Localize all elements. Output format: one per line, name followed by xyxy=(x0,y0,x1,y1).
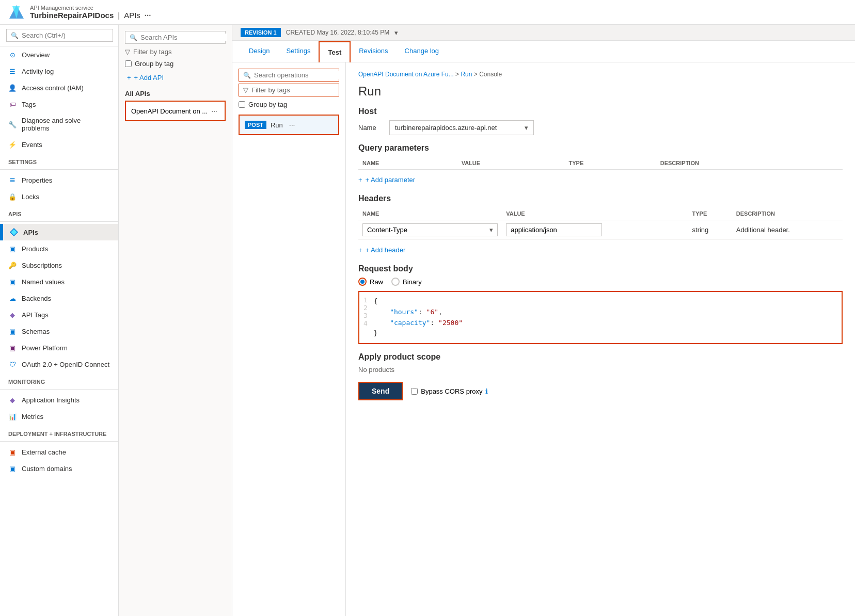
service-type: API Management service xyxy=(30,5,151,11)
headers-section-title: Headers xyxy=(358,194,843,203)
sidebar-item-locks[interactable]: 🔒 Locks xyxy=(0,188,118,205)
sidebar-nav: Overview Activity log 👤 Access control (… xyxy=(0,46,118,616)
revision-dropdown-button[interactable]: ▾ xyxy=(394,29,398,37)
sidebar-item-apis[interactable]: APIs xyxy=(0,224,118,240)
sidebar-item-schemas[interactable]: ▣ Schemas xyxy=(0,323,118,339)
sidebar-label-backends: Backends xyxy=(22,295,51,302)
revision-badge: REVISION 1 xyxy=(241,28,281,37)
sidebar-item-ext-cache[interactable]: ▣ External cache xyxy=(0,444,118,460)
binary-radio-option[interactable]: Binary xyxy=(391,278,422,286)
bypass-cors-info-icon[interactable]: ℹ xyxy=(485,387,488,395)
svg-marker-3 xyxy=(11,229,17,235)
operation-item-run[interactable]: POST Run ··· xyxy=(239,115,339,135)
sidebar-label-access-control: Access control (IAM) xyxy=(22,84,84,92)
sidebar-search-input[interactable] xyxy=(22,31,108,39)
add-header-button[interactable]: + + Add header xyxy=(358,244,843,256)
apis-search-input[interactable] xyxy=(140,34,227,41)
breadcrumb-part2[interactable]: Run xyxy=(461,71,472,78)
binary-radio-label: Binary xyxy=(403,278,422,286)
add-api-label: + Add API xyxy=(134,74,164,82)
bypass-cors-row[interactable]: Bypass CORS proxy ℹ xyxy=(411,387,488,395)
code-content[interactable]: { "hours": "6", "capacity": "2500" } xyxy=(374,296,837,339)
api-list-item-ellipsis[interactable]: ··· xyxy=(209,106,219,116)
apis-group-by-tag-row[interactable]: Group by tag xyxy=(125,58,226,70)
raw-radio-button[interactable] xyxy=(358,278,367,286)
topbar-title: API Management service TurbineRepairAPID… xyxy=(30,5,151,20)
tab-change-log[interactable]: Change log xyxy=(397,41,448,62)
binary-radio-button[interactable] xyxy=(391,278,400,286)
sidebar-item-tags[interactable]: 🏷 Tags xyxy=(0,96,118,112)
query-col-name: NAME xyxy=(358,157,457,170)
operations-group-by-tag-checkbox[interactable] xyxy=(239,101,245,108)
sidebar-label-ext-cache: External cache xyxy=(22,448,66,456)
header-col-type: TYPE xyxy=(688,207,732,220)
breadcrumb-part3: Console xyxy=(479,71,502,78)
operations-group-by-tag-row[interactable]: Group by tag xyxy=(239,99,339,110)
named-values-icon: ▣ xyxy=(8,278,17,286)
sidebar-item-oauth[interactable]: 🛡 OAuth 2.0 + OpenID Connect xyxy=(0,356,118,372)
tabs-bar: Design Settings Test Revisions Change lo… xyxy=(232,41,855,62)
events-icon: ⚡ xyxy=(8,140,17,149)
add-header-label: + Add header xyxy=(366,246,406,254)
operations-search-input[interactable] xyxy=(254,71,341,79)
sidebar-item-api-tags[interactable]: ◆ API Tags xyxy=(0,306,118,323)
sidebar-item-products[interactable]: ▣ Products xyxy=(0,240,118,257)
breadcrumb-part1[interactable]: OpenAPI Document on Azure Fu... xyxy=(358,71,454,78)
sidebar-search-icon: 🔍 xyxy=(11,32,19,39)
sidebar-item-activity-log[interactable]: Activity log xyxy=(0,63,118,79)
api-list-item-name: OpenAPI Document on ... xyxy=(131,107,208,115)
apis-search-box[interactable]: 🔍 xyxy=(125,31,226,44)
tab-settings[interactable]: Settings xyxy=(278,41,319,62)
tab-revisions[interactable]: Revisions xyxy=(351,41,396,62)
sidebar-item-backends[interactable]: ☁ Backends xyxy=(0,290,118,306)
operations-filter-row[interactable]: ▽ Filter by tags xyxy=(239,84,339,96)
apis-group-by-tag-checkbox[interactable] xyxy=(125,60,132,67)
apis-panel: 🔍 ▽ Filter by tags Group by tag + + Add … xyxy=(119,25,232,616)
sidebar-item-power-platform[interactable]: ▣ Power Platform xyxy=(0,339,118,356)
schemas-icon: ▣ xyxy=(8,327,17,335)
sidebar-item-metrics[interactable]: 📊 Metrics xyxy=(0,408,118,425)
page-title: APIs xyxy=(124,11,140,20)
bypass-cors-checkbox[interactable] xyxy=(411,388,418,395)
sidebar-label-schemas: Schemas xyxy=(22,328,50,335)
sidebar-item-diagnose[interactable]: 🔧 Diagnose and solve problems xyxy=(0,112,118,136)
sidebar-item-overview[interactable]: Overview xyxy=(0,46,118,63)
sidebar-item-properties[interactable]: ≡ Properties xyxy=(0,172,118,188)
header-value-input[interactable] xyxy=(506,223,602,236)
sidebar-item-events[interactable]: ⚡ Events xyxy=(0,136,118,153)
metrics-icon: 📊 xyxy=(8,412,17,420)
header-name-select[interactable]: Content-Type ▾ xyxy=(362,223,498,236)
topbar-ellipsis-button[interactable]: ··· xyxy=(145,11,151,20)
sidebar-label-events: Events xyxy=(22,141,42,149)
add-parameter-button[interactable]: + + Add parameter xyxy=(358,174,843,186)
operation-ellipsis-button[interactable]: ··· xyxy=(287,120,297,130)
apis-filter-row[interactable]: ▽ Filter by tags xyxy=(125,46,226,58)
header-col-name: NAME xyxy=(358,207,502,220)
subscriptions-icon: 🔑 xyxy=(8,261,17,269)
oauth-icon: 🛡 xyxy=(8,360,17,368)
tags-icon: 🏷 xyxy=(8,100,17,108)
host-name-label: Name xyxy=(358,124,389,132)
sidebar-label-oauth: OAuth 2.0 + OpenID Connect xyxy=(22,361,109,368)
sidebar-item-access-control[interactable]: 👤 Access control (IAM) xyxy=(0,79,118,96)
no-products-text: No products xyxy=(358,366,843,374)
overview-icon xyxy=(8,51,17,59)
send-button[interactable]: Send xyxy=(358,382,403,400)
sidebar-item-named-values[interactable]: ▣ Named values xyxy=(0,273,118,290)
sidebar-item-app-insights[interactable]: ◆ Application Insights xyxy=(0,392,118,408)
all-apis-label: All APIs xyxy=(125,90,226,98)
sidebar-item-subscriptions[interactable]: 🔑 Subscriptions xyxy=(0,257,118,273)
add-api-button[interactable]: + + Add API xyxy=(125,70,226,86)
tab-design[interactable]: Design xyxy=(241,41,278,62)
sidebar-item-custom-domains[interactable]: ▣ Custom domains xyxy=(0,460,118,477)
host-select[interactable]: turbinerepairapidocs.azure-api.net ▾ xyxy=(389,120,534,135)
sidebar-label-tags: Tags xyxy=(22,101,36,108)
operations-search-box[interactable]: 🔍 xyxy=(239,69,339,82)
raw-radio-label: Raw xyxy=(370,278,383,286)
activity-icon xyxy=(8,67,17,75)
tab-test[interactable]: Test xyxy=(319,41,351,62)
code-editor[interactable]: 1 2 3 4 { "hours": "6", "capacity": "250… xyxy=(358,291,843,344)
sidebar-search-box[interactable]: 🔍 xyxy=(6,29,113,42)
api-list-item[interactable]: OpenAPI Document on ... ··· xyxy=(125,101,226,121)
raw-radio-option[interactable]: Raw xyxy=(358,278,383,286)
